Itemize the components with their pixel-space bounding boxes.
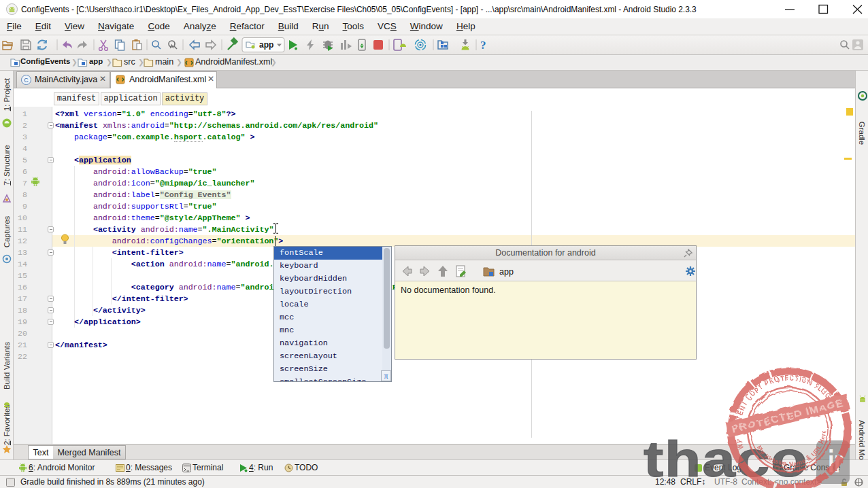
svg-text:app: app <box>499 267 514 277</box>
svg-text:app: app <box>259 40 273 50</box>
svg-text:C: C <box>24 77 29 84</box>
svg-text:?: ? <box>480 39 486 52</box>
